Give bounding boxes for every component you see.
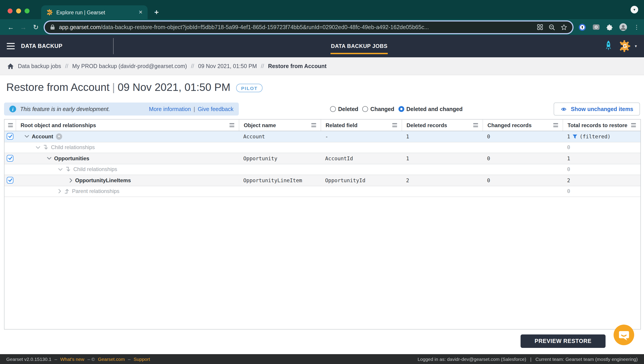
url-path: /data-backup-restore-from-object?jobId=f… bbox=[100, 24, 429, 30]
column-menu-icon[interactable] bbox=[473, 123, 478, 127]
table-row-opportunities[interactable]: Opportunities Opportunity AccountId 1 0 … bbox=[4, 153, 640, 164]
controls-row: i This feature is in early development. … bbox=[0, 103, 644, 115]
total-records-cell: 1 (filtered) bbox=[562, 133, 640, 140]
address-bar[interactable]: app.gearset.com/data-backup-restore-from… bbox=[45, 21, 572, 33]
zoom-out-icon[interactable] bbox=[549, 24, 555, 30]
browser-profile-avatar[interactable] bbox=[620, 23, 627, 31]
close-tab-icon[interactable]: ✕ bbox=[139, 10, 143, 15]
filter-funnel-icon[interactable] bbox=[572, 134, 577, 139]
menu-hamburger-icon[interactable] bbox=[7, 43, 15, 50]
check-icon bbox=[8, 156, 12, 160]
radio-changed[interactable]: Changed bbox=[362, 106, 394, 112]
column-object-name[interactable]: Object name bbox=[239, 120, 321, 131]
window-zoom-button[interactable] bbox=[24, 9, 30, 14]
page-title-timestamp: 09 Nov 2021, 01:50 PM bbox=[118, 81, 230, 93]
tab-title: Explore run | Gearset bbox=[56, 10, 135, 15]
bookmark-star-icon[interactable] bbox=[561, 24, 567, 30]
table-row-account[interactable]: Account ★ Account - 1 0 1 (filtered) bbox=[4, 131, 640, 142]
app-header-right: G ▾ bbox=[605, 40, 644, 52]
column-menu-icon[interactable] bbox=[631, 123, 636, 127]
address-bar-actions bbox=[537, 24, 567, 30]
table-row-opportunity-line-items[interactable]: OpportunityLineItems OpportunityLineItem… bbox=[4, 175, 640, 186]
table-row-child-relationships[interactable]: Child relationships 0 bbox=[4, 142, 640, 153]
radio-deleted-circle[interactable] bbox=[330, 106, 336, 112]
row-label: OpportunityLineItems bbox=[75, 177, 131, 184]
breadcrumb-item-jobs[interactable]: Data backup jobs bbox=[18, 63, 61, 69]
column-total-records[interactable]: Total records to restore bbox=[562, 120, 640, 131]
show-unchanged-items-button[interactable]: Show unchanged items bbox=[554, 103, 640, 115]
radio-deleted-and-changed[interactable]: Deleted and changed bbox=[398, 106, 462, 112]
give-feedback-link[interactable]: Give feedback bbox=[198, 106, 234, 112]
window-close-button[interactable] bbox=[8, 9, 12, 14]
chevron-down-icon[interactable] bbox=[47, 157, 52, 160]
browser-tab[interactable]: G Explore run | Gearset ✕ bbox=[41, 5, 148, 19]
chevron-down-icon[interactable] bbox=[36, 146, 40, 149]
show-unchanged-items-label: Show unchanged items bbox=[571, 106, 633, 112]
camera-extension-icon[interactable] bbox=[592, 24, 600, 30]
select-all-menu[interactable] bbox=[4, 120, 16, 131]
logged-in-text: Logged in as: davidr-dev@gearset.com (Sa… bbox=[418, 356, 526, 362]
parent-relationship-arrow-icon bbox=[64, 189, 69, 194]
gearset-site-link[interactable]: Gearset.com bbox=[98, 356, 125, 362]
column-menu-icon[interactable] bbox=[230, 123, 234, 127]
back-button[interactable]: ← bbox=[4, 23, 17, 31]
total-records-cell: 0 bbox=[562, 188, 640, 195]
column-menu-icon[interactable] bbox=[311, 123, 316, 127]
search-tabs-button[interactable]: ▼ bbox=[630, 6, 638, 14]
nav-data-backup-jobs[interactable]: DATA BACKUP JOBS bbox=[330, 41, 388, 51]
column-menu-icon[interactable] bbox=[392, 123, 397, 127]
chat-bubble-icon bbox=[614, 325, 634, 345]
column-changed-records[interactable]: Changed records bbox=[482, 120, 562, 131]
table-row-child-relationships[interactable]: Child relationships 0 bbox=[4, 164, 640, 175]
radio-deleted-and-changed-circle[interactable] bbox=[398, 106, 404, 112]
new-tab-button[interactable]: + bbox=[154, 8, 159, 17]
reload-button[interactable]: ↻ bbox=[30, 23, 42, 31]
banner-text: This feature is in early development. bbox=[20, 106, 110, 112]
whats-new-link[interactable]: What's new bbox=[60, 356, 84, 362]
home-icon[interactable] bbox=[7, 63, 14, 69]
row-checkbox[interactable] bbox=[7, 133, 14, 140]
forward-button[interactable]: → bbox=[17, 23, 30, 31]
column-deleted-records[interactable]: Deleted records bbox=[402, 120, 482, 131]
record-filter-radios: Deleted Changed Deleted and changed bbox=[330, 106, 463, 112]
row-checkbox[interactable] bbox=[7, 155, 14, 162]
column-menu-icon[interactable] bbox=[8, 123, 13, 127]
breadcrumb-item-run[interactable]: 09 Nov 2021, 01:50 PM bbox=[198, 63, 257, 69]
browser-menu-icon[interactable]: ⋮ bbox=[634, 24, 640, 31]
radio-changed-circle[interactable] bbox=[362, 106, 368, 112]
chevron-down-icon[interactable] bbox=[24, 135, 29, 138]
extensions-puzzle-icon[interactable] bbox=[606, 24, 613, 30]
radio-changed-label: Changed bbox=[370, 106, 394, 112]
chevron-down-icon[interactable] bbox=[58, 168, 62, 171]
total-records-cell: 2 bbox=[562, 177, 640, 184]
object-name-cell: Opportunity bbox=[239, 155, 321, 162]
row-checkbox[interactable] bbox=[7, 177, 14, 184]
restore-table: Root object and relationships Object nam… bbox=[4, 119, 641, 329]
gearset-account-menu[interactable]: G bbox=[618, 40, 631, 52]
extensions-area: ⋮ bbox=[579, 23, 640, 31]
more-information-link[interactable]: More information bbox=[149, 106, 191, 112]
related-field-cell: AccountId bbox=[321, 155, 402, 162]
support-link[interactable]: Support bbox=[134, 356, 150, 362]
account-dropdown-icon[interactable]: ▾ bbox=[635, 44, 637, 48]
table-row-parent-relationships[interactable]: Parent relationships 0 bbox=[4, 186, 640, 197]
app-header: DATA BACKUP DATA BACKUP JOBS bbox=[0, 35, 644, 57]
window-controls bbox=[8, 9, 30, 14]
tab-grid-icon[interactable] bbox=[537, 24, 543, 30]
breadcrumb: Data backup jobs // My PROD backup (davi… bbox=[0, 57, 644, 75]
radio-deleted[interactable]: Deleted bbox=[330, 106, 358, 112]
title-separator: | bbox=[112, 81, 115, 93]
chevron-right-icon[interactable] bbox=[69, 178, 72, 183]
window-minimize-button[interactable] bbox=[16, 9, 21, 14]
preview-restore-button[interactable]: PREVIEW RESTORE bbox=[520, 334, 606, 348]
password-manager-extension-icon[interactable] bbox=[579, 24, 586, 31]
chat-widget-button[interactable] bbox=[614, 325, 634, 345]
row-label: Parent relationships bbox=[72, 188, 120, 195]
column-menu-icon[interactable] bbox=[553, 123, 558, 127]
root-object-badge-icon: ★ bbox=[56, 133, 62, 140]
column-related-field[interactable]: Related field bbox=[321, 120, 402, 131]
rocket-icon[interactable] bbox=[605, 40, 612, 52]
breadcrumb-item-backup[interactable]: My PROD backup (davidr-prod@gearset.com) bbox=[72, 63, 187, 69]
column-root-object[interactable]: Root object and relationships bbox=[16, 120, 239, 131]
chevron-right-icon[interactable] bbox=[58, 189, 61, 194]
